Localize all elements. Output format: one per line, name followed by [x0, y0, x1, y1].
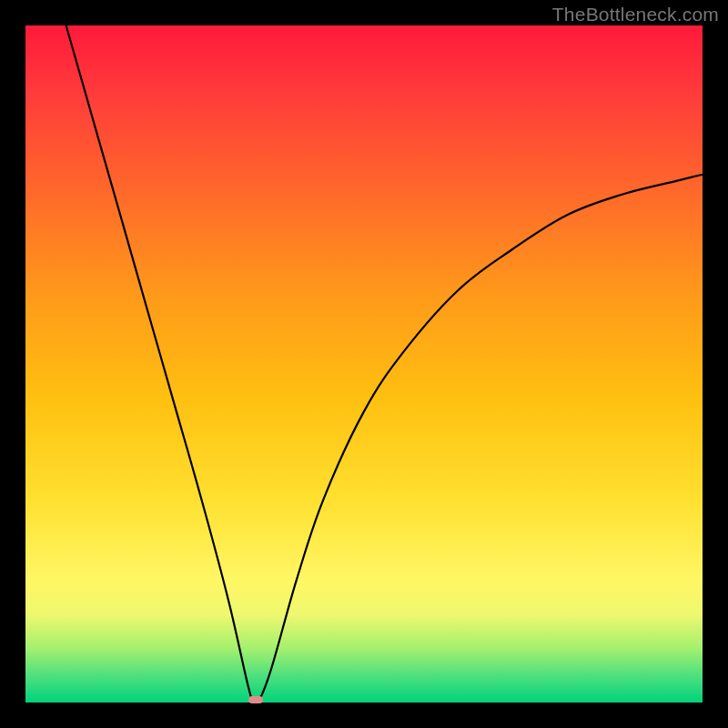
bottleneck-curve: [25, 25, 703, 703]
minimum-marker: [248, 696, 263, 703]
watermark-text: TheBottleneck.com: [552, 4, 719, 25]
plot-area: [25, 25, 703, 703]
chart-frame: TheBottleneck.com: [0, 0, 728, 728]
